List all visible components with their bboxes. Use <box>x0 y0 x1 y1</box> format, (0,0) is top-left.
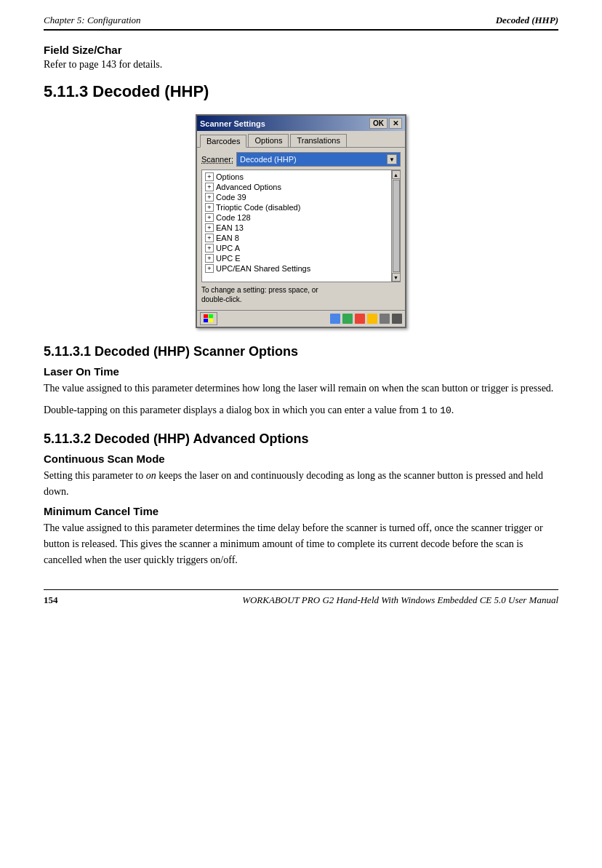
tree-item[interactable]: + Code 39 <box>205 192 400 202</box>
laser-para2-mid: to <box>427 405 440 415</box>
tree-item-label: Trioptic Code (disabled) <box>216 203 300 212</box>
tree-expand-icon: + <box>205 254 214 263</box>
tab-translations[interactable]: Translations <box>290 134 347 147</box>
tree-item[interactable]: + UPC/EAN Shared Settings <box>205 263 400 274</box>
page: Chapter 5: Configuration Decoded (HHP) F… <box>0 0 602 868</box>
scrollbar-thumb[interactable] <box>393 180 400 272</box>
minimum-cancel-para: The value assigned to this parameter det… <box>44 520 558 568</box>
dialog-title-bar: Scanner Settings OK ✕ <box>197 116 405 131</box>
svg-rect-2 <box>204 319 208 322</box>
laser-on-time-heading: Laser On Time <box>44 365 558 378</box>
footer-page-number: 154 <box>44 594 58 606</box>
section-511-3-1-heading: 5.11.3.1 Decoded (HHP) Scanner Options <box>44 344 558 359</box>
laser-para2-end: . <box>452 405 454 415</box>
tab-barcodes[interactable]: Barcodes <box>200 135 246 148</box>
tree-item-label: Code 128 <box>216 213 251 222</box>
minimum-cancel-heading: Minimum Cancel Time <box>44 505 558 517</box>
tree-item-label: EAN 8 <box>216 234 239 242</box>
tree-item[interactable]: + EAN 8 <box>205 233 400 243</box>
scanner-settings-dialog: Scanner Settings OK ✕ Barcodes Options T… <box>196 114 406 328</box>
dialog-body: Scanner: Decoded (HHP) ▼ + Options <box>197 148 405 310</box>
tree-item[interactable]: + Code 128 <box>205 212 400 223</box>
dialog-ok-button[interactable]: OK <box>369 118 388 129</box>
continuous-scan-heading: Continuous Scan Mode <box>44 453 558 465</box>
tree-item[interactable]: + UPC A <box>205 243 400 253</box>
tree-item-label: Options <box>216 172 244 181</box>
scanner-dropdown-value: Decoded (HHP) <box>240 155 297 164</box>
page-footer: 154 WORKABOUT PRO G2 Hand-Held With Wind… <box>44 589 558 606</box>
header-section: Decoded (HHP) <box>496 15 558 26</box>
section-511-3-2-heading: 5.11.3.2 Decoded (HHP) Advanced Options <box>44 431 558 447</box>
scanner-label: Scanner: <box>201 155 233 164</box>
windows-flag-icon <box>204 314 214 323</box>
tree-item[interactable]: + Advanced Options <box>205 182 400 192</box>
scanner-dropdown[interactable]: Decoded (HHP) ▼ <box>236 152 401 167</box>
svg-rect-3 <box>209 319 213 322</box>
field-size-char-heading: Field Size/Char <box>44 44 558 56</box>
taskbar-icon-6 <box>392 314 402 324</box>
tree-expand-icon: + <box>205 264 214 273</box>
tree-expand-icon: + <box>205 244 214 252</box>
scrollbar-up-button[interactable]: ▲ <box>392 170 401 179</box>
scrollbar-down-button[interactable]: ▼ <box>392 273 401 282</box>
tree-item-label: UPC/EAN Shared Settings <box>216 264 310 273</box>
dialog-taskbar <box>197 310 405 327</box>
laser-para2-text: Double-tapping on this parameter display… <box>44 405 421 415</box>
tab-options[interactable]: Options <box>248 134 289 147</box>
taskbar-icon-1 <box>330 314 340 324</box>
dialog-close-button[interactable]: ✕ <box>389 118 402 129</box>
page-header: Chapter 5: Configuration Decoded (HHP) <box>44 15 558 31</box>
tree-expand-icon: + <box>205 213 214 222</box>
taskbar-icons <box>330 314 402 324</box>
dialog-hint: To change a setting: press space, ordoub… <box>201 285 401 304</box>
header-chapter: Chapter 5: Configuration <box>44 15 141 26</box>
tree-expand-icon: + <box>205 234 214 242</box>
tree-item[interactable]: + Trioptic Code (disabled) <box>205 202 400 212</box>
tree-expand-icon: + <box>205 203 214 212</box>
footer-title: WORKABOUT PRO G2 Hand-Held With Windows … <box>242 594 558 606</box>
continuous-scan-italic: on <box>146 470 156 481</box>
taskbar-icon-3 <box>355 314 365 324</box>
tree-expand-icon: + <box>205 223 214 232</box>
scanner-row: Scanner: Decoded (HHP) ▼ <box>201 152 401 167</box>
tree-item-label: UPC E <box>216 254 241 263</box>
dialog-tabs: Barcodes Options Translations <box>197 131 405 148</box>
scanner-dropdown-arrow-icon: ▼ <box>387 154 397 164</box>
svg-rect-1 <box>209 314 213 318</box>
taskbar-icon-2 <box>342 314 353 324</box>
tree-container: + Options + Advanced Options + Code 39 <box>201 170 401 282</box>
tree-item[interactable]: + UPC E <box>205 253 400 263</box>
dialog-title-buttons: OK ✕ <box>369 118 402 129</box>
tree-expand-icon: + <box>205 172 214 181</box>
tree-expand-icon: + <box>205 193 214 202</box>
tree-item-label: Code 39 <box>216 193 246 202</box>
taskbar-start-button[interactable] <box>200 312 217 325</box>
laser-code2: 10 <box>440 405 452 416</box>
tree-item-label: Advanced Options <box>216 183 281 191</box>
tree-item[interactable]: + Options <box>205 172 400 182</box>
tree-item-label: UPC A <box>216 244 240 252</box>
taskbar-icon-5 <box>380 314 390 324</box>
dialog-wrapper: Scanner Settings OK ✕ Barcodes Options T… <box>44 114 558 328</box>
dialog-title-text: Scanner Settings <box>200 119 265 128</box>
field-size-char-subtext: Refer to page 143 for details. <box>44 59 558 71</box>
laser-on-time-para2: Double-tapping on this parameter display… <box>44 402 558 418</box>
tree-items: + Options + Advanced Options + Code 39 <box>202 170 400 275</box>
section-511-3-heading: 5.11.3 Decoded (HHP) <box>44 82 558 101</box>
tree-item[interactable]: + EAN 13 <box>205 223 400 233</box>
taskbar-icon-4 <box>367 314 377 324</box>
tree-expand-icon: + <box>205 183 214 191</box>
svg-rect-0 <box>204 314 208 318</box>
laser-on-time-para1: The value assigned to this parameter det… <box>44 381 558 397</box>
tree-item-label: EAN 13 <box>216 223 244 232</box>
tree-scrollbar[interactable]: ▲ ▼ <box>391 170 400 282</box>
continuous-scan-para: Setting this parameter to on keeps the l… <box>44 468 558 499</box>
